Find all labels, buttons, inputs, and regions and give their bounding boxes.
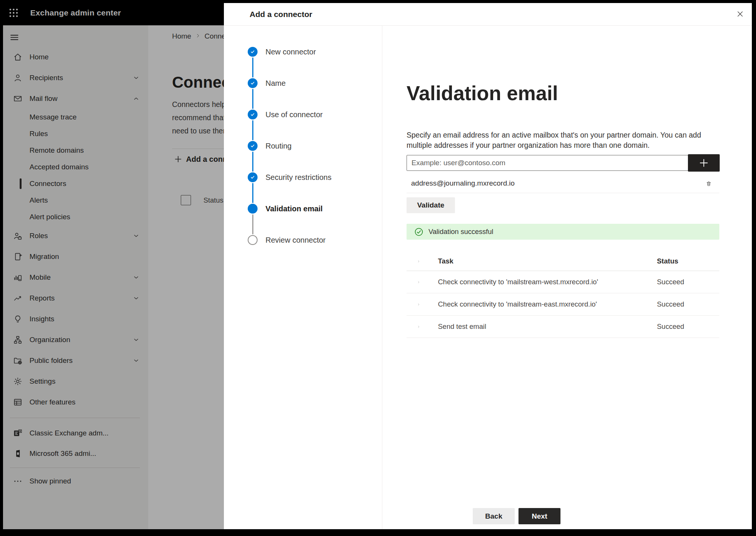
wizard-step-label: Use of connector [265, 110, 323, 119]
panel-header: Add a connector [224, 3, 752, 26]
banner-text: Validation successful [428, 228, 493, 236]
task-cell: Check connectivity to 'mailstream-west.m… [438, 278, 598, 286]
wizard-connector-line [252, 214, 253, 234]
panel-title: Add a connector [250, 10, 312, 19]
success-check-icon [414, 227, 424, 237]
wizard-connector-line [252, 57, 253, 77]
wizard-step-new-connector[interactable]: New connector [224, 47, 382, 57]
wizard-step-label: Security restrictions [265, 172, 332, 182]
wizard-step-name[interactable]: Name [224, 78, 382, 88]
wizard-connector-line [252, 183, 253, 203]
status-cell: Succeed [657, 322, 684, 331]
wizard-step-label: Name [265, 78, 286, 88]
task-row[interactable]: Check connectivity to 'mailstream-east.m… [407, 293, 719, 316]
expand-row-chevron-icon[interactable] [415, 323, 422, 330]
step-check-icon [248, 172, 258, 182]
wizard-step-security-restrictions[interactable]: Security restrictions [224, 172, 382, 182]
task-cell: Send test email [438, 322, 486, 331]
trash-icon[interactable] [703, 178, 714, 189]
next-button[interactable]: Next [518, 508, 560, 524]
expand-all-chevron-icon[interactable] [415, 257, 422, 265]
step-heading: Validation email [407, 82, 558, 105]
screen-border [0, 0, 3, 536]
step-upcoming-icon [248, 235, 258, 245]
email-address-input[interactable] [407, 155, 688, 171]
back-button[interactable]: Back [473, 508, 515, 524]
wizard-step-routing[interactable]: Routing [224, 141, 382, 151]
wizard-step-label: New connector [265, 47, 316, 57]
exchange-admin-center-screen: Exchange admin center HomeRecipientsMail… [0, 0, 756, 536]
step-description: Specify an email address for an active m… [407, 130, 701, 150]
address-list-item: address@journaling.mxrecord.io [407, 174, 719, 193]
task-row[interactable]: Check connectivity to 'mailstream-west.m… [407, 271, 719, 293]
task-column-header: Task [438, 257, 453, 265]
wizard-step-validation-email[interactable]: Validation email [224, 204, 382, 214]
wizard-step-label: Review connector [265, 235, 326, 245]
status-column-header: Status [657, 257, 678, 265]
address-value: address@journaling.mxrecord.io [411, 174, 515, 193]
status-cell: Succeed [657, 278, 684, 286]
step-check-icon [248, 110, 258, 119]
step-check-icon [248, 47, 258, 57]
wizard-connector-line [252, 89, 253, 109]
plus-icon [698, 157, 709, 169]
screen-border [0, 529, 756, 536]
status-cell: Succeed [657, 300, 684, 308]
task-row[interactable]: Send test emailSucceed [407, 316, 719, 338]
step-current-icon [248, 204, 258, 214]
expand-row-chevron-icon[interactable] [415, 301, 422, 308]
validate-button[interactable]: Validate [407, 197, 455, 213]
add-address-button[interactable] [688, 154, 720, 172]
step-check-icon [248, 78, 258, 88]
task-table-header: Task Status [407, 252, 719, 271]
expand-row-chevron-icon[interactable] [415, 278, 422, 286]
screen-border [0, 0, 756, 3]
validation-success-banner: Validation successful [407, 224, 719, 240]
wizard-connector-line [252, 152, 253, 172]
screen-border [752, 0, 756, 536]
wizard-step-label: Validation email [265, 204, 323, 214]
close-icon[interactable] [733, 7, 747, 21]
task-cell: Check connectivity to 'mailstream-east.m… [438, 300, 597, 308]
wizard-step-label: Routing [265, 141, 292, 151]
add-connector-panel: Add a connector New connectorNameUse of … [224, 3, 752, 529]
wizard-steps: New connectorNameUse of connectorRouting… [224, 26, 382, 529]
wizard-connector-line [252, 120, 253, 140]
validation-task-table: Task Status Check connectivity to 'mails… [407, 252, 719, 338]
wizard-step-use-of-connector[interactable]: Use of connector [224, 110, 382, 119]
step-check-icon [248, 141, 258, 151]
wizard-step-review-connector[interactable]: Review connector [224, 235, 382, 245]
